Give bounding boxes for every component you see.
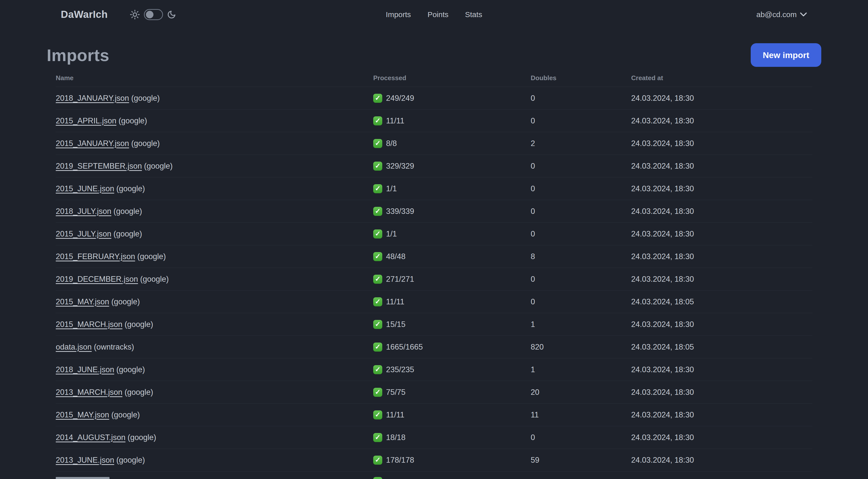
table-row: 2015_JUNE.json (google) ✓ 1/1 0 24.03.20…: [56, 177, 812, 200]
doubles-count: 1: [531, 365, 631, 374]
import-file-link[interactable]: 2015_MAY.json: [56, 410, 109, 419]
processed-count: 1665/1665: [386, 342, 423, 352]
processed-cell: ✓ 48/48: [373, 252, 531, 261]
import-name-cell: 2015_APRIL.json (google): [56, 116, 373, 125]
import-source-label: (google): [137, 252, 166, 261]
doubles-count: 0: [531, 161, 631, 171]
created-at: 24.03.2024, 18:30: [631, 320, 812, 329]
doubles-count: 0: [531, 207, 631, 216]
processed-cell: ✓ 11/11: [373, 410, 531, 419]
doubles-count: 1: [531, 320, 631, 329]
import-file-link[interactable]: 2014_AUGUST.json: [56, 433, 125, 442]
partial-table-row: [56, 471, 812, 479]
created-at: 24.03.2024, 18:30: [631, 275, 812, 284]
doubles-count: 820: [531, 342, 631, 352]
import-name-cell: 2018_JULY.json (google): [56, 207, 373, 216]
table-row: 2015_MAY.json (google) ✓ 11/11 11 24.03.…: [56, 403, 812, 426]
import-file-link[interactable]: 2013_MARCH.json: [56, 388, 122, 396]
doubles-count: 0: [531, 275, 631, 284]
doubles-count: 0: [531, 230, 631, 239]
table-row: odata.json (owntracks) ✓ 1665/1665 820 2…: [56, 335, 812, 358]
doubles-count: 20: [531, 388, 631, 397]
check-mark-icon: ✓: [373, 116, 382, 125]
nav-link-stats[interactable]: Stats: [465, 10, 482, 19]
created-at: 24.03.2024, 18:30: [631, 252, 812, 261]
import-file-link[interactable]: 2015_MAY.json: [56, 297, 109, 306]
doubles-count: 2: [531, 139, 631, 148]
processed-cell: ✓ 15/15: [373, 320, 531, 329]
processed-cell: ✓ 1665/1665: [373, 342, 531, 352]
table-row: 2015_APRIL.json (google) ✓ 11/11 0 24.03…: [56, 109, 812, 132]
check-mark-icon: ✓: [373, 320, 382, 329]
processed-count: 11/11: [386, 116, 404, 125]
main-nav: Imports Points Stats: [386, 10, 482, 19]
import-name-cell: 2013_MARCH.json (google): [56, 388, 373, 397]
processed-count: 1/1: [386, 184, 397, 193]
import-source-label: (google): [116, 456, 145, 465]
check-mark-icon: ✓: [373, 275, 382, 284]
import-file-link[interactable]: 2018_JANUARY.json: [56, 94, 129, 102]
nav-link-imports[interactable]: Imports: [386, 10, 411, 19]
chevron-down-icon: [800, 12, 807, 17]
processed-count: 271/271: [386, 275, 414, 284]
check-mark-icon: ✓: [373, 410, 382, 419]
partial-check-mark-icon-sliver: [373, 477, 382, 479]
created-at: 24.03.2024, 18:30: [631, 139, 812, 148]
processed-count: 339/339: [386, 207, 414, 216]
processed-cell: ✓ 271/271: [373, 275, 531, 284]
import-file-link[interactable]: 2018_JUNE.json: [56, 365, 114, 374]
processed-count: 235/235: [386, 365, 414, 374]
import-name-cell: 2019_DECEMBER.json (google): [56, 275, 373, 284]
processed-count: 11/11: [386, 410, 404, 419]
import-source-label: (owntracks): [94, 342, 134, 351]
account-menu[interactable]: ab@cd.com: [756, 10, 807, 19]
processed-cell: ✓ 11/11: [373, 116, 531, 125]
import-source-label: (google): [111, 410, 140, 419]
doubles-count: 0: [531, 433, 631, 442]
import-file-link[interactable]: 2015_MARCH.json: [56, 320, 122, 329]
table-row: 2014_AUGUST.json (google) ✓ 18/18 0 24.0…: [56, 426, 812, 449]
import-name-cell: 2015_MARCH.json (google): [56, 320, 373, 329]
theme-toggle[interactable]: [144, 9, 163, 20]
check-mark-icon: ✓: [373, 388, 382, 397]
doubles-count: 0: [531, 94, 631, 103]
created-at: 24.03.2024, 18:30: [631, 388, 812, 397]
import-file-link[interactable]: 2015_JANUARY.json: [56, 139, 129, 148]
import-file-link[interactable]: 2019_SEPTEMBER.json: [56, 161, 142, 170]
processed-cell: ✓ 235/235: [373, 365, 531, 374]
import-name-cell: 2015_JULY.json (google): [56, 230, 373, 239]
doubles-count: 11: [531, 410, 631, 419]
table-header-row: Name Processed Doubles Created at: [56, 69, 812, 87]
table-row: 2018_JUNE.json (google) ✓ 235/235 1 24.0…: [56, 358, 812, 381]
processed-cell: ✓ 18/18: [373, 433, 531, 442]
check-mark-icon: ✓: [373, 139, 382, 148]
import-file-link[interactable]: 2015_JUNE.json: [56, 184, 114, 193]
check-mark-icon: ✓: [373, 94, 382, 103]
processed-cell: ✓ 1/1: [373, 230, 531, 239]
table-row: 2015_MAY.json (google) ✓ 11/11 0 24.03.2…: [56, 290, 812, 313]
created-at: 24.03.2024, 18:30: [631, 94, 812, 103]
processed-cell: ✓ 249/249: [373, 94, 531, 103]
import-source-label: (google): [128, 433, 156, 442]
table-body: 2018_JANUARY.json (google) ✓ 249/249 0 2…: [56, 87, 812, 471]
check-mark-icon: ✓: [373, 456, 382, 465]
created-at: 24.03.2024, 18:30: [631, 365, 812, 374]
import-file-link[interactable]: odata.json: [56, 342, 92, 351]
theme-switch: [130, 9, 176, 20]
import-file-link[interactable]: 2015_APRIL.json: [56, 116, 116, 125]
import-file-link[interactable]: 2013_JUNE.json: [56, 456, 114, 465]
column-header-name: Name: [56, 74, 373, 82]
check-mark-icon: ✓: [373, 252, 382, 261]
import-source-label: (google): [116, 365, 145, 374]
new-import-button[interactable]: New import: [751, 43, 821, 67]
table-row: 2015_JANUARY.json (google) ✓ 8/8 2 24.03…: [56, 132, 812, 155]
nav-link-points[interactable]: Points: [428, 10, 448, 19]
import-file-link[interactable]: 2015_FEBRUARY.json: [56, 252, 135, 261]
import-file-link[interactable]: 2018_JULY.json: [56, 207, 111, 216]
import-source-label: (google): [140, 275, 169, 283]
import-name-cell: 2018_JANUARY.json (google): [56, 94, 373, 103]
app-logo[interactable]: DaWarIch: [61, 9, 108, 20]
check-mark-icon: ✓: [373, 207, 382, 216]
import-file-link[interactable]: 2019_DECEMBER.json: [56, 275, 138, 283]
import-file-link[interactable]: 2015_JULY.json: [56, 230, 111, 238]
